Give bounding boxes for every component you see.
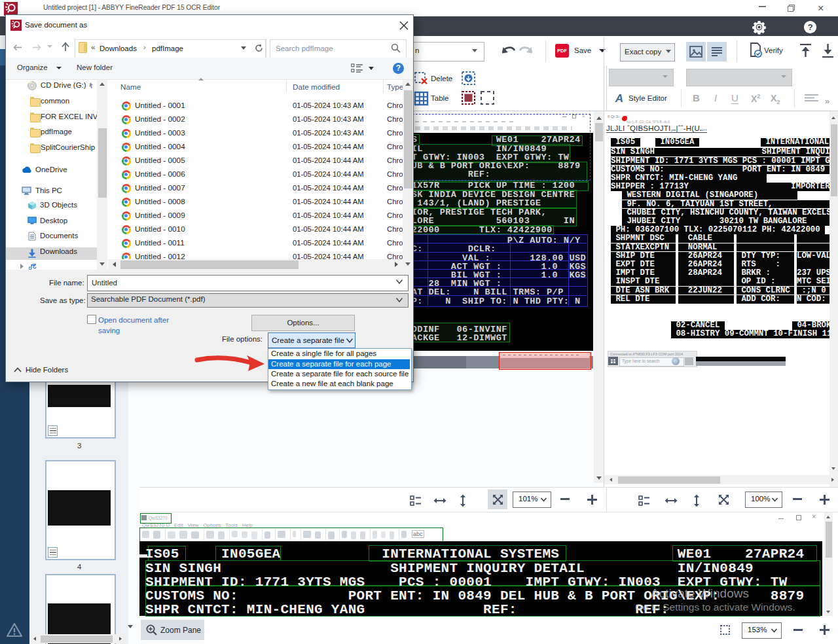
svg-text:?: ?: [807, 22, 812, 32]
svg-text:A: A: [615, 92, 623, 105]
